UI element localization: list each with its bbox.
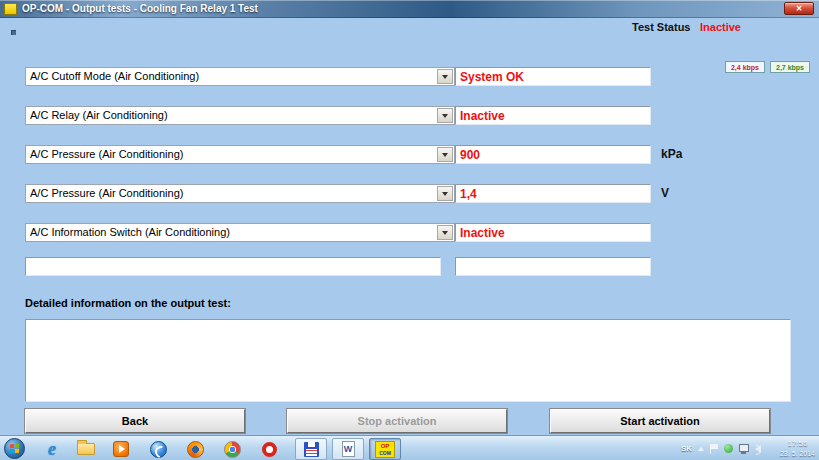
signal-value-field-6[interactable] <box>455 257 651 276</box>
signal-select-label: A/C Cutoff Mode (Air Conditioning) <box>30 70 434 82</box>
stray-pixel <box>11 30 16 35</box>
play-icon <box>113 441 129 457</box>
opera-icon[interactable] <box>255 438 283 460</box>
opcom-icon-text-bottom: COM <box>376 450 394 457</box>
firefox-globe-icon <box>187 441 204 458</box>
signal-select-label: A/C Pressure (Air Conditioning) <box>30 187 434 199</box>
opcom-app-icon <box>4 3 17 15</box>
windows-logo-icon <box>10 444 19 454</box>
system-tray: SK <box>681 436 761 460</box>
clock-date: 23. 5. 2014 <box>780 449 815 458</box>
taskbar-item-opcom[interactable]: OP COM <box>369 438 401 460</box>
output-row: A/C Relay (Air Conditioning) Inactive <box>25 106 795 125</box>
floppy-disk-icon <box>304 442 319 457</box>
start-button[interactable] <box>4 438 25 459</box>
chevron-down-icon[interactable] <box>437 225 453 240</box>
signal-value-field-1[interactable]: System OK <box>455 67 651 86</box>
network-icon[interactable] <box>739 444 749 453</box>
output-row: A/C Information Switch (Air Conditioning… <box>25 223 795 242</box>
chrome-icon[interactable] <box>218 438 246 460</box>
chevron-down-icon[interactable] <box>437 186 453 201</box>
signal-select-6-empty[interactable] <box>25 257 441 276</box>
unit-label-kpa: kPa <box>661 147 682 161</box>
opcom-icon-text-top: OP <box>376 443 394 450</box>
signal-select-4[interactable]: A/C Pressure (Air Conditioning) <box>25 184 455 203</box>
output-row: A/C Pressure (Air Conditioning) 1,4 V <box>25 184 795 203</box>
green-status-icon[interactable] <box>724 444 733 453</box>
back-button[interactable]: Back <box>25 409 245 433</box>
signal-value-field-3[interactable]: 900 <box>455 145 651 164</box>
opcom-window: OP-COM - Output tests - Cooling Fan Rela… <box>0 0 819 460</box>
chevron-down-icon[interactable] <box>437 108 453 123</box>
signal-select-label: A/C Pressure (Air Conditioning) <box>30 148 434 160</box>
volume-icon[interactable] <box>755 445 761 453</box>
taskbar: e W OP COM <box>0 435 819 460</box>
word-icon: W <box>342 441 355 457</box>
opcom-icon: OP COM <box>375 441 395 458</box>
chevron-down-icon[interactable] <box>437 69 453 84</box>
signal-select-5[interactable]: A/C Information Switch (Air Conditioning… <box>25 223 455 242</box>
ie-letter: e <box>48 440 56 458</box>
output-row: A/C Cutoff Mode (Air Conditioning) Syste… <box>25 67 795 86</box>
show-hidden-icons-icon[interactable] <box>698 447 704 451</box>
test-status-value: Inactive <box>700 21 741 33</box>
signal-value-field-5[interactable]: Inactive <box>455 223 651 242</box>
taskbar-clock[interactable]: 17:56 23. 5. 2014 <box>780 439 815 458</box>
language-indicator[interactable]: SK <box>681 444 692 453</box>
unit-label-v: V <box>661 186 669 200</box>
test-status-label: Test Status <box>632 21 690 33</box>
close-icon[interactable]: ✕ <box>784 2 814 15</box>
media-player-icon[interactable] <box>107 438 135 460</box>
signal-select-1[interactable]: A/C Cutoff Mode (Air Conditioning) <box>25 67 455 86</box>
output-row: A/C Pressure (Air Conditioning) 900 kPa <box>25 145 795 164</box>
signal-select-label: A/C Information Switch (Air Conditioning… <box>30 226 434 238</box>
signal-value-field-2[interactable]: Inactive <box>455 106 651 125</box>
signal-select-3[interactable]: A/C Pressure (Air Conditioning) <box>25 145 455 164</box>
signal-value-field-4[interactable]: 1,4 <box>455 184 651 203</box>
firefox-icon[interactable] <box>181 438 209 460</box>
chrome-wheel-icon <box>224 441 241 458</box>
start-activation-button[interactable]: Start activation <box>550 409 770 433</box>
explorer-folder-icon[interactable] <box>72 438 100 460</box>
details-label: Detailed information on the output test: <box>25 297 231 309</box>
taskbar-item-save[interactable] <box>295 438 327 460</box>
action-center-flag-icon[interactable] <box>710 444 718 454</box>
signal-select-label: A/C Relay (Air Conditioning) <box>30 109 434 121</box>
blue-app-icon[interactable] <box>144 438 172 460</box>
opera-o-icon <box>262 442 277 457</box>
output-details-textarea[interactable] <box>25 319 791 402</box>
clock-time: 17:56 <box>780 439 815 449</box>
titlebar[interactable]: OP-COM - Output tests - Cooling Fan Rela… <box>0 0 819 18</box>
swirl-icon <box>150 441 167 458</box>
window-title: OP-COM - Output tests - Cooling Fan Rela… <box>22 3 258 14</box>
stop-activation-button[interactable]: Stop activation <box>287 409 507 433</box>
internet-explorer-icon[interactable]: e <box>38 438 66 460</box>
taskbar-item-word[interactable]: W <box>332 438 364 460</box>
signal-select-2[interactable]: A/C Relay (Air Conditioning) <box>25 106 455 125</box>
chevron-down-icon[interactable] <box>437 147 453 162</box>
output-row <box>25 257 795 276</box>
folder-icon <box>77 443 95 455</box>
